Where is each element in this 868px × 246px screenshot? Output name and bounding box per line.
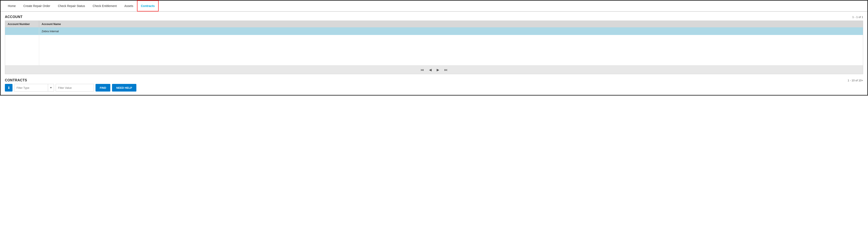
account-empty-row-3 bbox=[5, 50, 863, 58]
chevron-down-icon: ▼ bbox=[50, 86, 52, 89]
nav-contracts[interactable]: Contracts bbox=[137, 0, 158, 11]
cell-account-number bbox=[5, 27, 39, 35]
account-table-row[interactable]: Zebra Internal bbox=[5, 27, 863, 35]
download-button[interactable]: ⬇ bbox=[5, 84, 12, 92]
account-table-container: Account Number Account Name Zebra Intern… bbox=[5, 21, 863, 74]
nav-home[interactable]: Home bbox=[4, 0, 20, 11]
col-account-name: Account Name bbox=[39, 21, 863, 27]
find-button[interactable]: FIND bbox=[95, 84, 110, 92]
col-account-number: Account Number bbox=[5, 21, 39, 27]
prev-page-button[interactable]: ◀ bbox=[428, 67, 433, 72]
contracts-title: CONTRACTS bbox=[5, 79, 27, 82]
account-table-footer: ⏮ ◀ ▶ ⏭ bbox=[5, 65, 863, 74]
first-page-button[interactable]: ⏮ bbox=[419, 68, 425, 72]
nav-assets[interactable]: Assets bbox=[121, 0, 137, 11]
filter-type-input[interactable] bbox=[14, 84, 48, 92]
last-page-button[interactable]: ⏭ bbox=[443, 68, 449, 72]
contracts-pagination-info: 1 - 10 of 10+ bbox=[848, 79, 863, 82]
nav-check-entitlement[interactable]: Check Entitlement bbox=[89, 0, 121, 11]
account-table-header-row: Account Number Account Name bbox=[5, 21, 863, 27]
contracts-toolbar: ⬇ ▼ FIND NEED HELP bbox=[5, 84, 863, 92]
need-help-button[interactable]: NEED HELP bbox=[112, 84, 136, 92]
filter-value-input[interactable] bbox=[56, 84, 94, 92]
nav-check-repair-status[interactable]: Check Repair Status bbox=[54, 0, 89, 11]
next-page-button[interactable]: ▶ bbox=[435, 67, 440, 72]
nav-create-repair-order[interactable]: Create Repair Order bbox=[20, 0, 54, 11]
main-content: ACCOUNT 1 - 1 of 1 Account Number Accoun… bbox=[1, 12, 867, 95]
download-icon: ⬇ bbox=[7, 86, 10, 90]
account-empty-row-2 bbox=[5, 42, 863, 50]
cell-account-name: Zebra Internal bbox=[39, 27, 863, 35]
account-table: Account Number Account Name Zebra Intern… bbox=[5, 21, 863, 65]
filter-type-wrapper: ▼ bbox=[14, 84, 54, 92]
nav-bar: Home Create Repair Order Check Repair St… bbox=[1, 1, 867, 12]
filter-type-dropdown-button[interactable]: ▼ bbox=[48, 84, 54, 92]
account-section-header: ACCOUNT 1 - 1 of 1 bbox=[5, 15, 863, 19]
account-pagination-info: 1 - 1 of 1 bbox=[852, 16, 863, 19]
account-title: ACCOUNT bbox=[5, 15, 23, 19]
contracts-section-header: CONTRACTS 1 - 10 of 10+ bbox=[5, 79, 863, 82]
account-empty-row-4 bbox=[5, 58, 863, 65]
account-empty-row-1 bbox=[5, 35, 863, 42]
